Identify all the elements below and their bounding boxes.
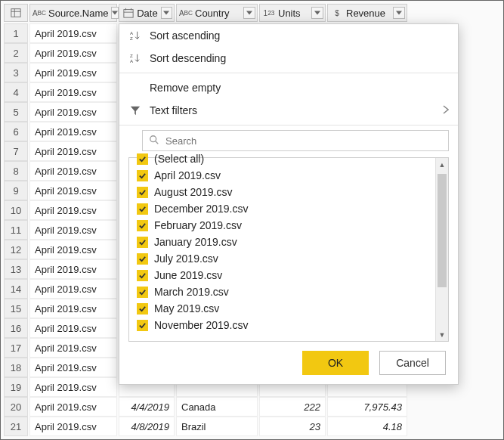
cell-source-name[interactable]: April 2019.csv [29,181,117,200]
cell-source-name[interactable]: April 2019.csv [29,220,117,240]
cell-units[interactable]: 222 [259,397,326,417]
row-number[interactable]: 11 [4,220,28,240]
sort-ascending-menu-item[interactable]: AZ Sort ascending [119,24,458,47]
cell-source-name[interactable]: April 2019.csv [29,161,117,181]
row-number[interactable]: 12 [4,240,28,259]
checkbox-checked-icon[interactable] [137,203,148,215]
table-row[interactable]: 21April 2019.csv4/8/2019Brazil234.18 [4,417,500,436]
cell-source-name[interactable]: April 2019.csv [29,338,117,358]
cell-source-name[interactable]: April 2019.csv [29,200,117,220]
sort-descending-menu-item[interactable]: ZA Sort descending [119,47,458,70]
checkbox-checked-icon[interactable] [137,303,148,315]
cell-country[interactable]: Brazil [176,417,258,436]
column-header-revenue[interactable]: $ Revenue [327,4,407,22]
cell-source-name[interactable]: April 2019.csv [29,358,117,377]
row-number[interactable]: 8 [4,161,28,181]
column-header-units[interactable]: 123 Units [259,4,326,22]
cell-source-name[interactable]: April 2019.csv [29,318,117,338]
row-number[interactable]: 15 [4,299,28,318]
scroll-up-icon[interactable]: ▲ [436,158,448,171]
row-number[interactable]: 18 [4,358,28,377]
filter-value-item[interactable]: January 2019.csv [132,234,432,250]
cell-source-name[interactable]: April 2019.csv [29,417,117,436]
cell-revenue[interactable]: 7,975.43 [327,397,407,417]
cell-source-name[interactable]: April 2019.csv [29,82,117,102]
filter-value-item[interactable]: March 2019.csv [132,284,432,300]
checkbox-checked-icon[interactable] [137,170,148,181]
remove-empty-menu-item[interactable]: Remove empty [119,76,458,99]
row-number[interactable]: 16 [4,318,28,338]
filter-value-item[interactable]: December 2019.csv [132,200,432,217]
column-filter-button[interactable] [111,7,119,19]
cell-date[interactable]: 4/8/2019 [119,417,175,436]
column-header-source-name[interactable]: ABC Source.Name [29,4,117,22]
cell-date[interactable]: 4/4/2019 [119,397,175,417]
cell-source-name[interactable]: April 2019.csv [29,43,117,63]
row-number[interactable]: 4 [4,82,28,102]
cell-country[interactable]: Canada [176,397,258,417]
checkbox-checked-icon[interactable] [137,237,148,248]
cell-source-name[interactable]: April 2019.csv [29,299,117,318]
cell-revenue[interactable]: 4.18 [327,417,407,436]
search-input[interactable] [164,135,442,147]
cell-source-name[interactable]: April 2019.csv [29,397,117,417]
row-number[interactable]: 21 [4,417,28,436]
filter-value-item[interactable]: August 2019.csv [132,184,432,200]
row-number[interactable]: 10 [4,200,28,220]
filter-value-item[interactable]: June 2019.csv [132,267,432,284]
filter-value-item[interactable]: (Select all) [132,150,432,167]
row-number[interactable]: 2 [4,43,28,63]
cell-source-name[interactable]: April 2019.csv [29,240,117,259]
row-number[interactable]: 17 [4,338,28,358]
cell-source-name[interactable]: April 2019.csv [29,23,117,43]
cell-units[interactable]: 23 [259,417,326,436]
filter-value-item[interactable]: April 2019.csv [132,167,432,184]
cell-source-name[interactable]: April 2019.csv [29,377,117,397]
column-filter-button[interactable] [311,7,323,19]
cancel-button[interactable]: Cancel [379,351,446,375]
cell-source-name[interactable]: April 2019.csv [29,102,117,122]
text-filters-menu-item[interactable]: Text filters [119,99,458,122]
filter-search[interactable] [142,130,449,151]
row-number[interactable]: 5 [4,102,28,122]
checkbox-checked-icon[interactable] [137,270,148,281]
filter-value-item[interactable]: May 2019.csv [132,300,432,317]
column-filter-button[interactable] [243,7,255,19]
filter-value-item[interactable]: February 2019.csv [132,217,432,234]
row-number[interactable]: 9 [4,181,28,200]
column-filter-button[interactable] [161,7,172,19]
row-number[interactable]: 6 [4,122,28,141]
cell-source-name[interactable]: April 2019.csv [29,279,117,299]
column-label: Units [278,8,308,19]
filter-value-item[interactable]: July 2019.csv [132,250,432,267]
checkbox-checked-icon[interactable] [137,253,148,265]
checkbox-checked-icon[interactable] [137,153,148,165]
filter-icon [128,105,142,116]
row-number[interactable]: 7 [4,141,28,161]
scrollbar[interactable]: ▲ ▼ [435,158,448,341]
checkbox-checked-icon[interactable] [137,287,148,298]
filter-value-item[interactable]: November 2019.csv [132,317,432,333]
scroll-track[interactable] [436,171,448,328]
row-number[interactable]: 20 [4,397,28,417]
row-number[interactable]: 3 [4,63,28,82]
column-header-country[interactable]: ABC Country [176,4,258,22]
column-filter-button[interactable] [393,7,405,19]
row-number-header[interactable] [4,4,28,22]
checkbox-checked-icon[interactable] [137,320,148,331]
cell-source-name[interactable]: April 2019.csv [29,122,117,141]
column-header-date[interactable]: Date [119,4,175,22]
cell-source-name[interactable]: April 2019.csv [29,259,117,279]
table-row[interactable]: 20April 2019.csv4/4/2019Canada2227,975.4… [4,397,500,417]
cell-source-name[interactable]: April 2019.csv [29,63,117,82]
scroll-thumb[interactable] [438,174,447,287]
scroll-down-icon[interactable]: ▼ [436,328,448,341]
checkbox-checked-icon[interactable] [137,187,148,198]
row-number[interactable]: 1 [4,23,28,43]
cell-source-name[interactable]: April 2019.csv [29,141,117,161]
row-number[interactable]: 13 [4,259,28,279]
checkbox-checked-icon[interactable] [137,220,148,231]
row-number[interactable]: 14 [4,279,28,299]
row-number[interactable]: 19 [4,377,28,397]
ok-button[interactable]: OK [302,351,369,375]
